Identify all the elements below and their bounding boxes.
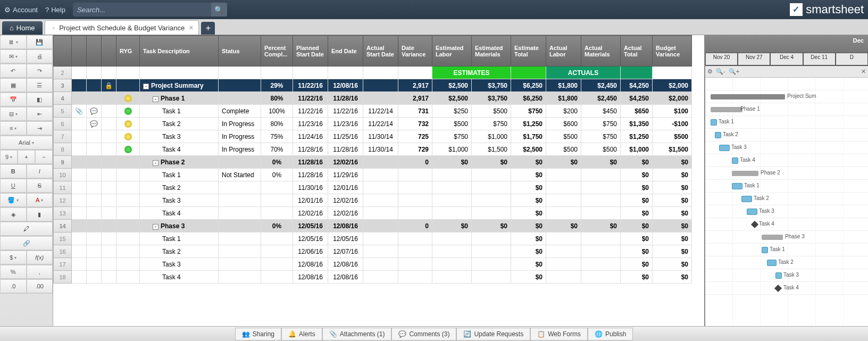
gantt-body[interactable]: Project SumPhase 1Task 1Task 2Task 3Task… bbox=[705, 78, 868, 326]
col-header[interactable] bbox=[102, 36, 116, 66]
account-link[interactable]: ⚙Account bbox=[4, 6, 38, 14]
table-row[interactable]: 6💬Task 2In Progress80%11/23/1611/23/1611… bbox=[54, 118, 692, 130]
sharing-tab[interactable]: 👥Sharing bbox=[235, 328, 281, 340]
col-header[interactable]: End Date bbox=[328, 36, 363, 66]
font-increase-button[interactable]: + bbox=[18, 150, 35, 164]
row-number[interactable]: 14 bbox=[54, 220, 72, 232]
gantt-bar[interactable] bbox=[732, 171, 758, 176]
col-header[interactable]: Task Description bbox=[140, 36, 219, 66]
row-number[interactable]: 10 bbox=[54, 169, 72, 181]
row-number[interactable]: 3 bbox=[54, 79, 72, 92]
col-header[interactable]: Actual Labor bbox=[546, 36, 581, 66]
sheet-grid[interactable]: RYGTask DescriptionStatusPercent Compl..… bbox=[53, 35, 704, 326]
web-forms-tab[interactable]: 📋Web Forms bbox=[530, 328, 588, 340]
table-row[interactable]: 12Task 312/01/1612/02/16$0$0$0 bbox=[54, 194, 692, 207]
bold-button[interactable]: B bbox=[0, 164, 27, 178]
gantt-bar[interactable] bbox=[719, 145, 730, 151]
font-select[interactable]: Arial bbox=[0, 136, 53, 149]
table-row[interactable]: 10Task 1Not Started0%11/28/1611/29/16$0$… bbox=[54, 169, 692, 181]
currency-button[interactable]: $ bbox=[0, 251, 27, 264]
col-header[interactable] bbox=[72, 36, 87, 66]
gantt-bar[interactable] bbox=[715, 132, 721, 138]
table-row[interactable]: 5📎💬Task 1Complete100%11/22/1611/22/1611/… bbox=[54, 105, 692, 118]
gantt-close-icon[interactable]: ✕ bbox=[861, 68, 866, 75]
strike-button[interactable]: S bbox=[27, 179, 53, 193]
indent-button[interactable]: ⇥ bbox=[27, 121, 53, 135]
col-header[interactable]: Percent Compl... bbox=[261, 36, 293, 66]
comma-button[interactable]: , bbox=[27, 265, 53, 279]
col-header[interactable]: Actual Total bbox=[621, 36, 653, 66]
print-button[interactable]: 🖨 bbox=[27, 49, 53, 63]
calendar-button[interactable]: 📅 bbox=[0, 93, 27, 106]
search-input[interactable] bbox=[73, 6, 211, 14]
redo-button[interactable]: ↷ bbox=[27, 64, 53, 78]
row-number[interactable]: 17 bbox=[54, 258, 72, 271]
col-header[interactable]: Date Variance bbox=[398, 36, 432, 66]
table-row[interactable]: 18Task 412/08/1612/08/16$0$0$0 bbox=[54, 271, 692, 284]
fill-color-button[interactable]: 🪣 bbox=[0, 193, 27, 207]
text-color-button[interactable]: A bbox=[27, 193, 53, 207]
filter-button[interactable]: ⊟ bbox=[0, 107, 27, 121]
col-header[interactable]: Actual Materials bbox=[581, 36, 621, 66]
gantt-week-header[interactable]: Dec 4 bbox=[770, 53, 803, 66]
decimal-inc-button[interactable]: .00 bbox=[27, 279, 53, 293]
row-number[interactable]: 9 bbox=[54, 156, 72, 169]
table-row[interactable]: 9-Phase 20%11/28/1612/02/160$0$0$0$0$0$0… bbox=[54, 156, 692, 169]
home-tab[interactable]: ⌂Home bbox=[2, 21, 43, 35]
col-header[interactable]: Estimate Total bbox=[511, 36, 546, 66]
gantt-bar[interactable] bbox=[732, 183, 742, 189]
gantt-zoom-in-icon[interactable]: 🔍+ bbox=[729, 68, 739, 75]
gantt-bar[interactable] bbox=[762, 235, 783, 240]
decimal-dec-button[interactable]: .0 bbox=[0, 279, 27, 293]
col-header[interactable]: Estimated Materials bbox=[472, 36, 511, 66]
sheet-tab[interactable]: ▫ Project with Schedule & Budget Varianc… bbox=[45, 20, 199, 35]
close-tab-icon[interactable]: × bbox=[189, 23, 193, 32]
table-row[interactable]: 7Task 3In Progress75%11/24/1611/25/1611/… bbox=[54, 130, 692, 143]
font-decrease-button[interactable]: − bbox=[35, 150, 53, 164]
gantt-bar[interactable] bbox=[711, 107, 742, 112]
gantt-milestone[interactable] bbox=[774, 285, 782, 292]
gantt-week-header[interactable]: D bbox=[836, 53, 868, 66]
row-number[interactable]: 4 bbox=[54, 92, 72, 105]
table-row[interactable]: 17Task 312/08/1612/08/16$0$0$0 bbox=[54, 258, 692, 271]
help-link[interactable]: ?Help bbox=[45, 6, 65, 14]
row-number[interactable]: 16 bbox=[54, 245, 72, 258]
comments-tab[interactable]: 💬Comments (3) bbox=[391, 328, 456, 340]
row-number[interactable]: 15 bbox=[54, 232, 72, 245]
card-view-button[interactable]: ◧ bbox=[27, 93, 53, 106]
row-number[interactable]: 13 bbox=[54, 207, 72, 220]
table-row[interactable]: 15Task 112/05/1612/05/16$0$0$0 bbox=[54, 232, 692, 245]
row-number[interactable]: 18 bbox=[54, 271, 72, 284]
row-number[interactable]: 6 bbox=[54, 118, 72, 130]
gantt-bar[interactable] bbox=[767, 260, 777, 266]
save-button[interactable]: 🗎 bbox=[0, 35, 27, 49]
gantt-bar[interactable] bbox=[741, 196, 752, 202]
update-requests-tab[interactable]: 🔄Update Requests bbox=[456, 328, 530, 340]
save-disk-button[interactable]: 💾 bbox=[27, 35, 53, 49]
gantt-bar[interactable] bbox=[711, 94, 785, 99]
gantt-view-button[interactable]: ☰ bbox=[27, 78, 53, 92]
highlight-button[interactable]: 🖍 bbox=[0, 222, 53, 236]
gantt-settings-icon[interactable]: ⚙ bbox=[707, 68, 713, 75]
outdent-button[interactable]: ⇤ bbox=[27, 107, 53, 121]
add-tab-button[interactable]: + bbox=[201, 22, 215, 35]
undo-button[interactable]: ↶ bbox=[0, 64, 27, 78]
table-row[interactable]: 16Task 212/06/1612/07/16$0$0$0 bbox=[54, 245, 692, 258]
gantt-bar[interactable] bbox=[747, 209, 757, 215]
publish-tab[interactable]: 🌐Publish bbox=[588, 328, 633, 340]
attachments-tab[interactable]: 📎Attachments (1) bbox=[322, 328, 392, 340]
gantt-week-header[interactable]: Nov 27 bbox=[738, 53, 770, 66]
mail-button[interactable]: ✉ bbox=[0, 49, 27, 63]
col-header[interactable]: Estimated Labor bbox=[432, 36, 472, 66]
gantt-bar[interactable] bbox=[732, 157, 738, 164]
alerts-tab[interactable]: 🔔Alerts bbox=[281, 328, 322, 340]
percent-button[interactable]: % bbox=[0, 265, 27, 279]
link-button[interactable]: 🔗 bbox=[0, 236, 53, 250]
table-row[interactable]: 3🔒-Project Summary29%11/22/1612/08/162,9… bbox=[54, 79, 692, 92]
grid-view-button[interactable]: ▦ bbox=[0, 78, 27, 92]
col-header[interactable]: Status bbox=[219, 36, 261, 66]
col-header[interactable]: Actual Start Date bbox=[363, 36, 398, 66]
col-header[interactable]: Budget Variance bbox=[653, 36, 692, 66]
gantt-bar[interactable] bbox=[762, 247, 768, 253]
table-row[interactable]: 4-Phase 180%11/22/1611/28/162,917$2,500$… bbox=[54, 92, 692, 105]
